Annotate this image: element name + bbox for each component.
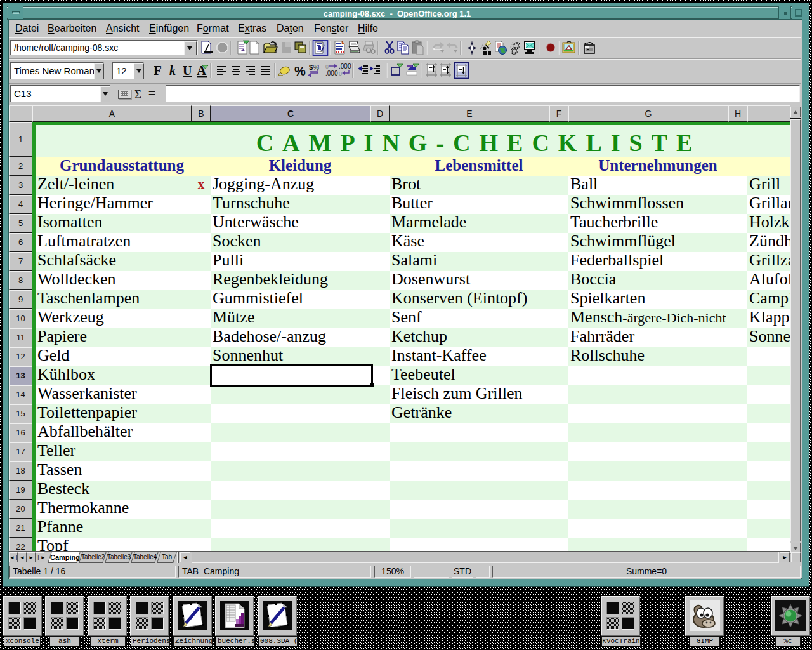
svg-text:$%: $%	[309, 63, 319, 71]
svg-text:U: U	[183, 63, 192, 77]
svg-text:%: %	[294, 64, 306, 78]
svg-text:k: k	[169, 63, 176, 77]
svg-text:F: F	[154, 63, 162, 78]
svg-text:0: 0	[339, 70, 342, 77]
svg-text:.000: .000	[325, 70, 338, 77]
svg-text:0: 0	[325, 63, 329, 70]
svg-text:.000: .000	[339, 63, 351, 70]
